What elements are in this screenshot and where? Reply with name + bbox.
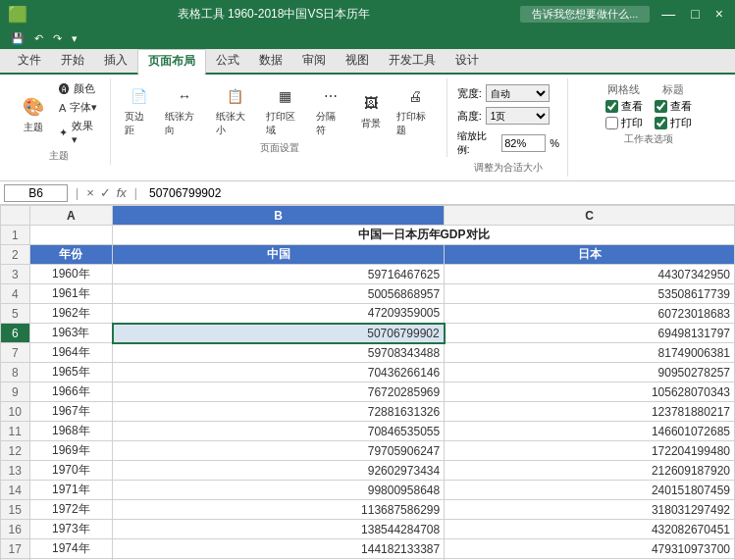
cell-c11[interactable]: 146601072685 bbox=[445, 422, 735, 441]
gridlines-print-check[interactable]: 打印 bbox=[605, 116, 643, 130]
headings-view-checkbox[interactable] bbox=[655, 100, 667, 113]
cell-b12[interactable]: 79705906247 bbox=[113, 441, 445, 461]
cell-b11[interactable]: 70846535055 bbox=[113, 422, 445, 441]
tab-page-layout[interactable]: 页面布局 bbox=[137, 49, 206, 75]
tab-home[interactable]: 开始 bbox=[51, 47, 94, 73]
cell-c3[interactable]: 44307342950 bbox=[445, 265, 735, 284]
maximize-btn[interactable]: □ bbox=[687, 6, 703, 22]
cell-b17[interactable]: 144182133387 bbox=[113, 539, 445, 559]
cell-b10[interactable]: 72881631326 bbox=[113, 402, 445, 422]
cell-c9[interactable]: 105628070343 bbox=[445, 382, 735, 402]
cell-c16[interactable]: 432082670451 bbox=[445, 520, 735, 539]
headings-print-check[interactable]: 打印 bbox=[655, 116, 692, 130]
cell-a11[interactable]: 1968年 bbox=[29, 422, 113, 441]
formula-bar-divider: | bbox=[72, 186, 82, 200]
print-area-btn[interactable]: ▦ 打印区域 bbox=[262, 80, 308, 139]
cell-b2[interactable]: 中国 bbox=[113, 245, 445, 265]
width-select[interactable]: 自动 1页 2页 bbox=[486, 84, 550, 102]
fonts-btn[interactable]: A字体▾ bbox=[55, 99, 102, 116]
scale-input[interactable] bbox=[501, 134, 546, 152]
cell-c7[interactable]: 81749006381 bbox=[445, 343, 735, 363]
tab-formulas[interactable]: 公式 bbox=[206, 47, 249, 73]
cell-c10[interactable]: 123781880217 bbox=[445, 402, 735, 422]
cell-a3[interactable]: 1960年 bbox=[29, 265, 113, 284]
cell-c13[interactable]: 212609187920 bbox=[445, 461, 735, 481]
cell-b8[interactable]: 70436266146 bbox=[113, 363, 445, 382]
cell-a10[interactable]: 1967年 bbox=[29, 402, 113, 422]
cell-b14[interactable]: 99800958648 bbox=[113, 481, 445, 500]
confirm-formula-btn[interactable]: ✓ bbox=[100, 185, 111, 200]
cell-c8[interactable]: 90950278257 bbox=[445, 363, 735, 382]
formula-input[interactable] bbox=[145, 186, 731, 200]
minimize-btn[interactable]: — bbox=[657, 6, 679, 22]
gridlines-view-checkbox[interactable] bbox=[605, 100, 618, 113]
cell-a14[interactable]: 1971年 bbox=[29, 481, 113, 500]
print-titles-btn[interactable]: 🖨 打印标题 bbox=[393, 80, 439, 139]
cell-a1[interactable] bbox=[29, 226, 113, 245]
margins-btn[interactable]: 📄 页边距 bbox=[121, 80, 157, 139]
cell-c4[interactable]: 53508617739 bbox=[445, 284, 735, 304]
colors-btn[interactable]: 🅐颜色 bbox=[55, 80, 102, 97]
cell-b4[interactable]: 50056868957 bbox=[113, 284, 445, 304]
cell-b16[interactable]: 138544284708 bbox=[113, 520, 445, 539]
breaks-btn[interactable]: ⋯ 分隔符 bbox=[312, 80, 348, 139]
customize-quick-btn[interactable]: ▾ bbox=[69, 31, 80, 46]
insert-function-btn[interactable]: fx bbox=[117, 185, 127, 200]
cell-b6-selected[interactable]: 50706799902 bbox=[113, 324, 445, 343]
col-header-c[interactable]: C bbox=[445, 206, 735, 226]
cell-a12[interactable]: 1969年 bbox=[29, 441, 113, 461]
cell-c2[interactable]: 日本 bbox=[445, 245, 735, 265]
col-header-b[interactable]: B bbox=[113, 206, 445, 226]
height-select[interactable]: 1页 自动 2页 bbox=[486, 107, 550, 125]
tab-review[interactable]: 审阅 bbox=[292, 47, 336, 73]
tab-developer[interactable]: 开发工具 bbox=[379, 47, 446, 73]
cell-b15[interactable]: 113687586299 bbox=[113, 500, 445, 520]
background-btn[interactable]: 🖼 背景 bbox=[353, 87, 389, 132]
cell-c14[interactable]: 240151807459 bbox=[445, 481, 735, 500]
cell-a4[interactable]: 1961年 bbox=[29, 284, 113, 304]
headings-view-check[interactable]: 查看 bbox=[655, 99, 692, 114]
cancel-formula-btn[interactable]: × bbox=[86, 185, 94, 200]
cell-b13[interactable]: 92602973434 bbox=[113, 461, 445, 481]
cell-c12[interactable]: 172204199480 bbox=[445, 441, 735, 461]
cell-a8[interactable]: 1965年 bbox=[29, 363, 113, 382]
cell-a15[interactable]: 1972年 bbox=[29, 500, 113, 520]
gridlines-print-checkbox[interactable] bbox=[605, 117, 618, 129]
gridlines-view-check[interactable]: 查看 bbox=[605, 99, 643, 114]
tab-data[interactable]: 数据 bbox=[249, 47, 292, 73]
cell-a16[interactable]: 1973年 bbox=[29, 520, 113, 539]
cell-c5[interactable]: 60723018683 bbox=[445, 304, 735, 324]
close-btn[interactable]: × bbox=[711, 6, 727, 22]
col-header-a[interactable]: A bbox=[29, 206, 113, 226]
redo-quick-btn[interactable]: ↷ bbox=[50, 31, 65, 46]
formula-bar: | × ✓ fx | bbox=[0, 181, 735, 205]
cell-reference-input[interactable] bbox=[4, 184, 68, 202]
cell-a17[interactable]: 1974年 bbox=[29, 539, 113, 559]
cell-a9[interactable]: 1966年 bbox=[29, 382, 113, 402]
tab-design[interactable]: 设计 bbox=[446, 47, 489, 73]
cell-a13[interactable]: 1970年 bbox=[29, 461, 113, 481]
paper-size-btn[interactable]: 📋 纸张大小 bbox=[212, 80, 258, 139]
cell-b1-title[interactable]: 中国一日本历年GDP对比 bbox=[113, 226, 735, 245]
cell-b5[interactable]: 47209359005 bbox=[113, 304, 445, 324]
orientation-btn[interactable]: ↔ 纸张方向 bbox=[161, 80, 207, 139]
undo-quick-btn[interactable]: ↶ bbox=[31, 31, 46, 46]
search-box[interactable]: 告诉我您想要做什么... bbox=[520, 6, 650, 23]
effects-btn[interactable]: ✦效果▾ bbox=[55, 118, 102, 147]
cell-a5[interactable]: 1962年 bbox=[29, 304, 113, 324]
tab-insert[interactable]: 插入 bbox=[94, 47, 137, 73]
save-quick-btn[interactable]: 💾 bbox=[8, 31, 27, 46]
cell-c17[interactable]: 479310973700 bbox=[445, 539, 735, 559]
cell-c6[interactable]: 69498131797 bbox=[445, 324, 735, 343]
cell-b7[interactable]: 59708343488 bbox=[113, 343, 445, 363]
tab-file[interactable]: 文件 bbox=[8, 47, 51, 73]
cell-c15[interactable]: 318031297492 bbox=[445, 500, 735, 520]
themes-btn[interactable]: 🎨 主题 bbox=[16, 91, 51, 136]
cell-b3[interactable]: 59716467625 bbox=[113, 265, 445, 284]
cell-a2[interactable]: 年份 bbox=[29, 245, 113, 265]
cell-b9[interactable]: 76720285969 bbox=[113, 382, 445, 402]
cell-a7[interactable]: 1964年 bbox=[29, 343, 113, 363]
cell-a6[interactable]: 1963年 bbox=[29, 324, 113, 343]
headings-print-checkbox[interactable] bbox=[655, 117, 667, 129]
tab-view[interactable]: 视图 bbox=[336, 47, 379, 73]
